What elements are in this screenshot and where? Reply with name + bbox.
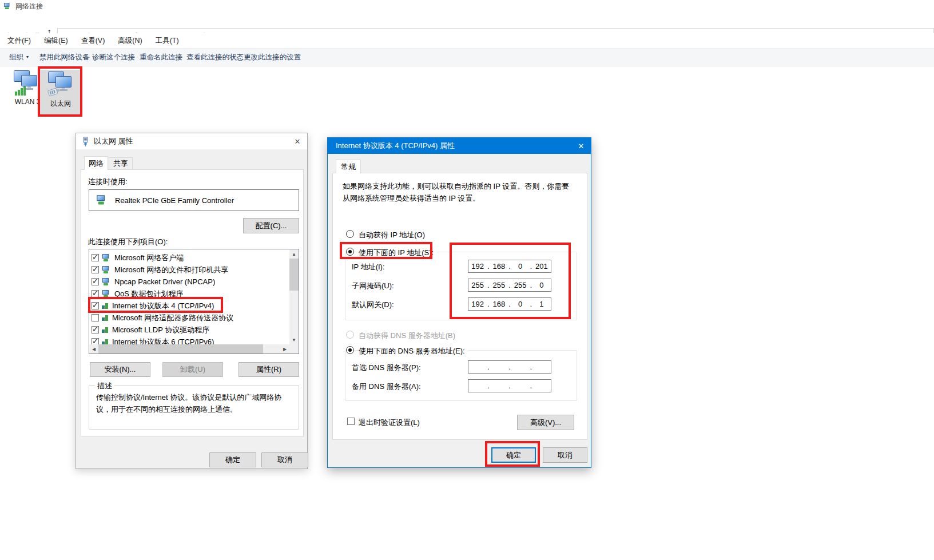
description-legend: 描述 [95, 381, 114, 391]
connect-using-label: 连接时使用: [88, 177, 128, 187]
list-item[interactable]: Microsoft LLDP 协议驱动程序 [92, 324, 209, 336]
organize-menu-button[interactable]: 组织 ▼ [9, 53, 29, 62]
change-settings-button[interactable]: 更改此连接的设置 [244, 53, 301, 62]
protocol-icon [102, 327, 109, 333]
dialog-title: 以太网 属性 [94, 136, 133, 146]
checkbox[interactable] [92, 314, 99, 321]
items-list-label: 此连接使用下列项目(O): [88, 237, 168, 247]
ok-button[interactable]: 确定 [491, 447, 536, 463]
protocol-icon [102, 315, 109, 321]
diagnose-connection-button[interactable]: 诊断这个连接 [92, 53, 135, 62]
auto-ip-radio[interactable] [346, 230, 354, 238]
checkbox[interactable] [92, 290, 99, 297]
list-item[interactable]: Npcap Packet Driver (NPCAP) [92, 276, 215, 288]
nav-toolbar: ← → ˅ ↑ › 控制面板 › 网络和 Internet › 网络连接 [0, 13, 934, 33]
advanced-button[interactable]: 高级(V)... [517, 415, 574, 430]
network-adapter-icon [96, 195, 108, 205]
description-groupbox: 描述 传输控制协议/Internet 协议。该协议是默认的广域网络协议，用于在不… [89, 385, 299, 430]
tab-sharing[interactable]: 共享 [109, 157, 133, 170]
checkbox[interactable] [92, 254, 99, 261]
scroll-down-icon[interactable]: ▼ [289, 335, 299, 344]
list-item-tcpipv4[interactable]: Internet 协议版本 4 (TCP/IPv4) [92, 300, 214, 312]
dialog-title: Internet 协议版本 4 (TCP/IPv4) 属性 [336, 141, 455, 151]
cancel-button[interactable]: 取消 [543, 447, 587, 463]
scroll-up-icon[interactable]: ▲ [289, 249, 299, 259]
connection-tile-ethernet[interactable]: 以太网 [40, 70, 81, 116]
list-item[interactable]: Microsoft 网络客户端 [92, 252, 184, 264]
checkbox[interactable] [92, 302, 99, 309]
properties-button[interactable]: 属性(R) [239, 362, 299, 377]
list-item[interactable]: Microsoft 网络适配器多路传送器协议 [92, 312, 233, 324]
intro-text: 如果网络支持此功能，则可以获取自动指派的 IP 设置。否则，你需要从网络系统管理… [343, 180, 575, 204]
app-icon [3, 3, 11, 10]
ip-address-field[interactable]: 192. 168. 0. 201 [468, 260, 551, 273]
adapter-name: Realtek PCIe GbE Family Controller [115, 196, 234, 205]
window-title: 网络连接 [15, 2, 43, 11]
auto-dns-radio-label: 自动获得 DNS 服务器地址(B) [359, 331, 459, 341]
scrollbar-thumb[interactable] [98, 344, 263, 354]
adapter-box: Realtek PCIe GbE Family Controller [89, 189, 299, 211]
close-icon[interactable]: ✕ [571, 138, 591, 154]
list-item[interactable]: Microsoft 网络的文件和打印机共享 [92, 264, 228, 276]
manual-dns-radio[interactable] [346, 346, 354, 354]
scroll-left-icon[interactable]: ◀ [89, 344, 98, 354]
default-gateway-label: 默认网关(D): [352, 300, 394, 310]
network-client-icon [102, 254, 112, 262]
horizontal-scrollbar[interactable]: ◀ ▶ [89, 344, 289, 354]
cancel-button[interactable]: 取消 [261, 452, 308, 467]
dialog-titlebar[interactable]: 以太网 属性 ✕ [76, 133, 307, 149]
view-status-button[interactable]: 查看此连接的状态 [186, 53, 244, 62]
list-item[interactable]: QoS 数据包计划程序 [92, 288, 184, 300]
description-text: 传输控制协议/Internet 协议。该协议是默认的广域网络协议，用于在不同的相… [96, 391, 293, 415]
manual-dns-radio-label[interactable]: 使用下面的 DNS 服务器地址(E): [359, 346, 468, 356]
ipv4-properties-dialog: Internet 协议版本 4 (TCP/IPv4) 属性 ✕ 常规 如果网络支… [327, 137, 591, 468]
network-client-icon [102, 290, 112, 298]
menu-item-file[interactable]: 文件(F) [2, 36, 37, 46]
network-client-icon [102, 266, 112, 274]
chevron-down-icon: ▼ [25, 55, 29, 59]
checkbox[interactable] [92, 326, 99, 333]
tab-network[interactable]: 网络 [84, 156, 108, 170]
ethernet-properties-dialog: 以太网 属性 ✕ 网络 共享 连接时使用: Realtek PCIe GbE F… [75, 133, 308, 469]
validate-settings-label[interactable]: 退出时验证设置(L) [359, 418, 420, 428]
scroll-right-icon[interactable]: ▶ [280, 344, 289, 354]
uninstall-button: 卸载(U) [162, 362, 223, 377]
preferred-dns-field[interactable]: . . . [468, 360, 551, 374]
scrollbar-thumb[interactable] [289, 259, 299, 291]
disable-device-button[interactable]: 禁用此网络设备 [39, 53, 90, 62]
subnet-mask-field[interactable]: 255. 255. 255. 0 [468, 279, 551, 292]
window-titlebar: 网络连接 [0, 0, 934, 13]
alternate-dns-field[interactable]: . . . [468, 379, 551, 392]
protocol-icon [102, 303, 109, 309]
manual-ip-radio-label[interactable]: 使用下面的 IP 地址(S): [359, 248, 437, 258]
wifi-network-icon [13, 70, 42, 96]
tab-general[interactable]: 常规 [336, 160, 361, 173]
close-icon[interactable]: ✕ [288, 133, 307, 149]
preferred-dns-label: 首选 DNS 服务器(P): [352, 363, 421, 373]
dns-groupbox [345, 350, 577, 401]
validate-settings-checkbox[interactable] [347, 418, 355, 425]
ok-button[interactable]: 确定 [209, 452, 256, 467]
checkbox[interactable] [92, 278, 99, 285]
protocol-list[interactable]: Microsoft 网络客户端 Microsoft 网络的文件和打印机共享 Np… [89, 249, 299, 354]
ip-address-label: IP 地址(I): [352, 262, 385, 272]
menu-item-view[interactable]: 查看(V) [75, 36, 111, 46]
checkbox[interactable] [92, 266, 99, 273]
vertical-scrollbar[interactable]: ▲ ▼ [289, 249, 299, 344]
configure-button[interactable]: 配置(C)... [243, 218, 299, 233]
install-button[interactable]: 安装(N)... [90, 362, 150, 377]
rename-connection-button[interactable]: 重命名此连接 [140, 53, 182, 62]
network-connections-window: 网络连接 ← → ˅ ↑ › 控制面板 › 网络和 Internet › 网络连… [0, 0, 934, 560]
manual-ip-radio[interactable] [346, 248, 354, 256]
alternate-dns-label: 备用 DNS 服务器(A): [352, 382, 421, 392]
auto-dns-radio [346, 331, 354, 339]
menu-item-advanced[interactable]: 高级(N) [112, 36, 148, 46]
menu-item-edit[interactable]: 编辑(E) [38, 36, 74, 46]
auto-ip-radio-label[interactable]: 自动获得 IP 地址(O) [359, 230, 428, 240]
default-gateway-field[interactable]: 192. 168. 0. 1 [468, 297, 551, 311]
subnet-mask-label: 子网掩码(U): [352, 281, 394, 291]
menu-item-tools[interactable]: 工具(T) [150, 36, 185, 46]
dialog-titlebar[interactable]: Internet 协议版本 4 (TCP/IPv4) 属性 ✕ [328, 138, 591, 154]
connection-label: 以太网 [50, 99, 71, 109]
command-bar: 组织 ▼ 禁用此网络设备 诊断这个连接 重命名此连接 查看此连接的状态 更改此连… [0, 48, 934, 66]
